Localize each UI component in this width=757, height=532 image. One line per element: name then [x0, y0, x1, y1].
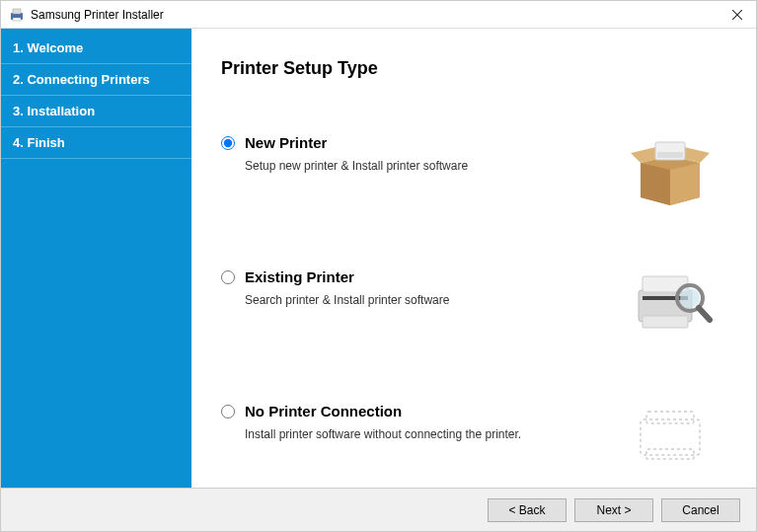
next-button[interactable]: Next >	[574, 498, 653, 522]
radio-existing-printer-input[interactable]	[221, 270, 235, 284]
svg-line-18	[699, 308, 710, 320]
wizard-sidebar: 1. Welcome 2. Connecting Printers 3. Ins…	[1, 29, 191, 488]
option-desc: Setup new printer & Install printer soft…	[221, 159, 616, 173]
option-desc: Search printer & Install printer softwar…	[221, 293, 616, 307]
radio-existing-printer[interactable]: Existing Printer	[221, 268, 616, 285]
option-label-text: Existing Printer	[245, 268, 354, 285]
option-no-printer: No Printer Connection Install printer so…	[221, 397, 734, 476]
svg-marker-6	[641, 163, 670, 205]
svg-rect-11	[657, 152, 683, 158]
svg-rect-20	[646, 412, 694, 423]
titlebar: Samsung Printer Installer	[1, 1, 756, 29]
option-new-printer: New Printer Setup new printer & Install …	[221, 128, 734, 207]
svg-rect-2	[13, 18, 21, 21]
radio-no-printer-input[interactable]	[221, 405, 235, 418]
option-label-text: No Printer Connection	[245, 403, 402, 419]
sidebar-item-welcome[interactable]: 1. Welcome	[1, 33, 191, 64]
svg-rect-14	[643, 316, 688, 328]
radio-new-printer-input[interactable]	[221, 136, 235, 150]
page-title: Printer Setup Type	[221, 58, 734, 79]
svg-point-17	[680, 288, 700, 308]
existing-printer-search-icon	[616, 263, 724, 342]
main-panel: Printer Setup Type New Printer Setup new…	[191, 29, 756, 488]
svg-rect-21	[646, 449, 694, 459]
sidebar-item-connecting[interactable]: 2. Connecting Printers	[1, 64, 191, 96]
footer: < Back Next > Cancel	[1, 488, 756, 531]
svg-rect-1	[13, 9, 21, 14]
close-button[interactable]	[726, 5, 748, 25]
option-desc: Install printer software without connect…	[221, 427, 616, 441]
svg-marker-7	[670, 163, 700, 205]
no-printer-ghost-icon	[616, 397, 724, 476]
back-button[interactable]: < Back	[488, 498, 567, 522]
cancel-button[interactable]: Cancel	[661, 498, 740, 522]
option-existing-printer: Existing Printer Search printer & Instal…	[221, 263, 734, 342]
new-printer-box-icon	[616, 128, 724, 207]
option-label-text: New Printer	[245, 134, 327, 151]
sidebar-item-installation[interactable]: 3. Installation	[1, 96, 191, 127]
radio-no-printer[interactable]: No Printer Connection	[221, 403, 616, 419]
app-icon	[9, 7, 25, 23]
content-area: 1. Welcome 2. Connecting Printers 3. Ins…	[1, 29, 756, 488]
sidebar-item-finish[interactable]: 4. Finish	[1, 127, 191, 159]
window-title: Samsung Printer Installer	[31, 8, 164, 22]
radio-new-printer[interactable]: New Printer	[221, 134, 616, 151]
